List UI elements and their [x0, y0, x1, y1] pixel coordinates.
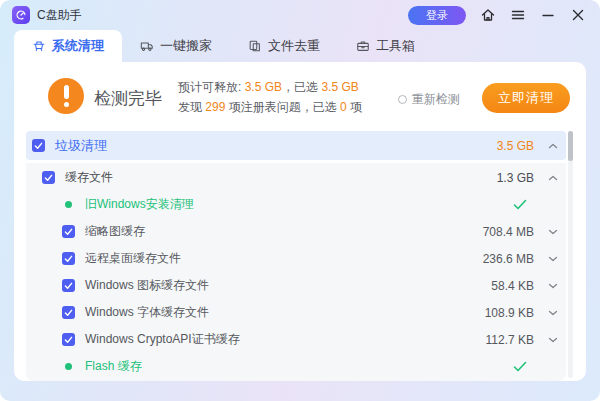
item-label: 缩略图缓存: [85, 223, 145, 240]
window-title: C盘助手: [37, 7, 82, 24]
success-check-icon: [513, 361, 527, 372]
cache-item-row: Windows 字体缓存文件 108.9 KB: [26, 299, 566, 326]
item-size: 112.7 KB: [486, 333, 534, 347]
tab-label: 工具箱: [376, 37, 415, 55]
clean-now-button[interactable]: 立即清理: [482, 83, 570, 113]
cleanup-list: 垃圾清理 3.5 GB 缓存文件 1.3 GB: [26, 131, 566, 381]
item-checkbox[interactable]: [62, 333, 75, 346]
cache-subpanel: 缓存文件 1.3 GB 旧Windows安装清理 缩略图缓存 708.4 MB: [26, 163, 566, 381]
item-size: 236.6 MB: [483, 252, 534, 266]
menu-icon[interactable]: [510, 7, 526, 23]
subgroup-size: 1.3 GB: [497, 171, 534, 185]
item-checkbox[interactable]: [62, 306, 75, 319]
cache-item-row: Windows 图标缓存文件 58.4 KB: [26, 272, 566, 299]
tab-bar: 系统清理 一键搬家 文件去重: [0, 30, 600, 62]
group-size: 3.5 GB: [497, 139, 534, 153]
chevron-down-icon[interactable]: [548, 228, 558, 236]
chevron-up-icon[interactable]: [548, 142, 558, 150]
chevron-up-icon[interactable]: [548, 174, 558, 182]
truck-icon: [140, 39, 154, 53]
close-icon[interactable]: [570, 7, 586, 23]
recheck-label: 重新检测: [412, 91, 460, 108]
item-checkbox[interactable]: [62, 279, 75, 292]
green-dot-icon: [62, 363, 75, 370]
group-row-junk-clean[interactable]: 垃圾清理 3.5 GB: [26, 131, 566, 160]
item-label: Windows 图标缓存文件: [85, 277, 209, 294]
item-label: Flash 缓存: [85, 358, 142, 375]
cache-item-row: 旧Windows安装清理: [26, 191, 566, 218]
warning-exclamation-icon: [48, 78, 84, 114]
scan-status: 检测完毕: [94, 87, 162, 110]
item-label: 旧Windows安装清理: [85, 196, 194, 213]
group-label: 垃圾清理: [55, 137, 107, 155]
item-checkbox[interactable]: [62, 252, 75, 265]
title-bar: C盘助手 登录: [0, 0, 600, 30]
scan-stats: 预计可释放: 3.5 GB，已选 3.5 GB 发现 299 项注册表问题，已选…: [178, 77, 362, 117]
recheck-button[interactable]: 重新检测: [398, 91, 460, 108]
minimize-icon[interactable]: [540, 7, 556, 23]
login-button[interactable]: 登录: [408, 6, 466, 25]
release-size: 3.5 GB: [245, 80, 282, 94]
cache-item-row: Windows CryptoAPI证书缓存 112.7 KB: [26, 326, 566, 353]
success-check-icon: [513, 199, 527, 210]
item-label: Windows 字体缓存文件: [85, 304, 209, 321]
tab-label: 文件去重: [268, 37, 320, 55]
stats-line-release: 预计可释放: 3.5 GB，已选 3.5 GB: [178, 77, 362, 97]
dedup-icon: [248, 39, 262, 53]
item-size: 708.4 MB: [483, 225, 534, 239]
subgroup-row-cache-files[interactable]: 缓存文件 1.3 GB: [26, 164, 566, 191]
selected-size: 3.5 GB: [321, 80, 358, 94]
recheck-radio-icon: [398, 95, 407, 104]
subgroup-label: 缓存文件: [65, 169, 113, 186]
green-dot-icon: [62, 201, 75, 208]
tab-system-clean[interactable]: 系统清理: [14, 30, 122, 62]
scrollbar-thumb[interactable]: [568, 131, 573, 161]
tab-label: 系统清理: [52, 37, 104, 55]
clean-icon: [32, 39, 46, 53]
stats-line-registry: 发现 299 项注册表问题，已选 0 项: [178, 97, 362, 117]
tab-label: 一键搬家: [160, 37, 212, 55]
chevron-down-icon[interactable]: [548, 255, 558, 263]
toolbox-icon: [356, 39, 370, 53]
group-checkbox[interactable]: [32, 139, 45, 152]
registry-selected: 0: [340, 100, 347, 114]
item-size: 58.4 KB: [491, 279, 534, 293]
scrollbar-track[interactable]: [568, 131, 573, 378]
app-window: C盘助手 登录: [0, 0, 600, 401]
cache-item-row: Flash 缓存: [26, 353, 566, 380]
home-icon[interactable]: [480, 7, 496, 23]
cache-item-row: 缩略图缓存 708.4 MB: [26, 218, 566, 245]
chevron-down-icon[interactable]: [548, 336, 558, 344]
content-panel: 检测完毕 预计可释放: 3.5 GB，已选 3.5 GB 发现 299 项注册表…: [14, 62, 586, 381]
tab-file-dedup[interactable]: 文件去重: [230, 30, 338, 62]
item-checkbox[interactable]: [62, 225, 75, 238]
scan-summary: 检测完毕 预计可释放: 3.5 GB，已选 3.5 GB 发现 299 项注册表…: [14, 62, 586, 131]
cache-item-row: 远程桌面缓存文件 236.6 MB: [26, 245, 566, 272]
item-label: 远程桌面缓存文件: [85, 250, 181, 267]
item-size: 108.9 KB: [485, 306, 534, 320]
subgroup-checkbox[interactable]: [42, 171, 55, 184]
tab-one-key-move[interactable]: 一键搬家: [122, 30, 230, 62]
tab-toolbox[interactable]: 工具箱: [338, 30, 433, 62]
registry-count: 299: [205, 100, 225, 114]
chevron-down-icon[interactable]: [548, 282, 558, 290]
app-logo-gauge-icon: [12, 6, 30, 24]
chevron-down-icon[interactable]: [548, 309, 558, 317]
item-label: Windows CryptoAPI证书缓存: [85, 331, 240, 348]
